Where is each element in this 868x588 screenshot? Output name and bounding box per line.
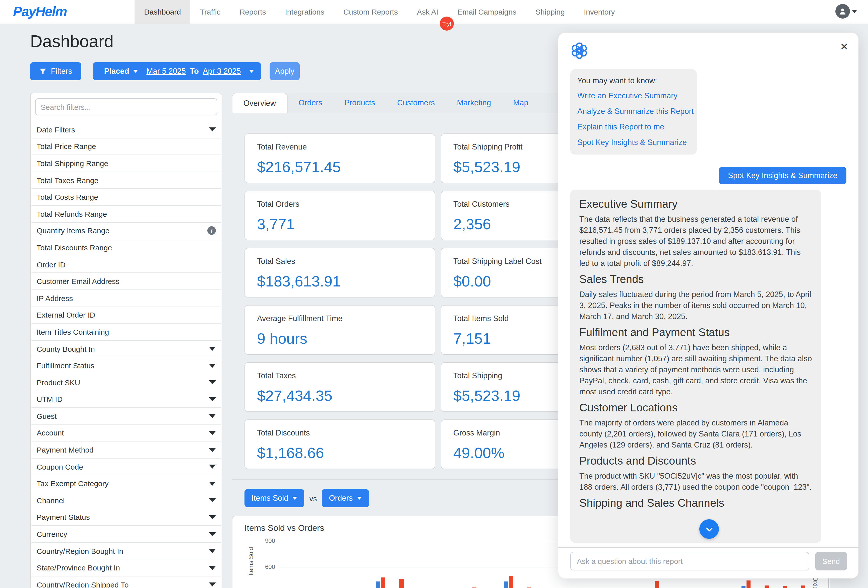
y-tick-600: 600 — [255, 563, 275, 570]
chevron-down-icon — [209, 431, 216, 435]
ai-section-body: The data reflects that the business gene… — [579, 214, 812, 269]
filter-item-label: Date Filters — [37, 125, 75, 134]
suggestion-link[interactable]: Explain this Report to me — [577, 122, 690, 131]
filter-list-item[interactable]: Item Titles Containing i — [32, 324, 221, 340]
filter-list-item[interactable]: Total Discounts Range i — [32, 239, 221, 256]
filter-list-item[interactable]: IP Address i — [32, 290, 221, 307]
nav-item-label: Inventory — [584, 7, 615, 16]
date-from-link[interactable]: Mar 5 2025 — [146, 67, 186, 76]
filter-item-label: Currency — [37, 530, 67, 538]
user-avatar-icon — [836, 4, 850, 19]
metric-card: Total Orders 3,771 — [245, 191, 435, 240]
spot-key-insights-button[interactable]: Spot Key Insights & Summarize — [719, 167, 846, 184]
ai-section-heading: Shipping and Sales Channels — [579, 497, 812, 510]
payhelm-logo[interactable]: PayHelm — [13, 4, 67, 19]
orders-bar — [399, 579, 403, 588]
filter-list-item[interactable]: State/Province Bought In i — [32, 560, 221, 576]
date-filter-button[interactable]: Placed Mar 5 2025 To Apr 3 2025 — [93, 62, 261, 80]
suggestion-link[interactable]: Write an Executive Summary — [577, 91, 690, 100]
filter-item-label: Product SKU — [37, 378, 80, 386]
chevron-down-icon — [249, 70, 254, 73]
filter-item-label: Total Costs Range — [37, 193, 98, 201]
suggestion-link[interactable]: Spot Key Insights & Summarize — [577, 138, 690, 147]
ask-question-input[interactable] — [570, 552, 809, 570]
filter-list-item[interactable]: Total Costs Range i — [32, 189, 221, 206]
orders-bar — [783, 586, 787, 588]
metric-label: Total Shipping — [453, 371, 502, 380]
filter-list-item[interactable]: Total Taxes Range i — [32, 172, 221, 189]
nav-item[interactable]: Dashboard — [134, 0, 190, 24]
y-tick-900: 900 — [255, 537, 275, 544]
filter-list-item[interactable]: Channel i — [32, 492, 221, 509]
filter-list-item[interactable]: Product SKU i — [32, 374, 221, 391]
metric-a-dropdown[interactable]: Items Sold — [245, 489, 304, 507]
filter-list-item[interactable]: External Order ID i — [32, 307, 221, 324]
filter-list-item[interactable]: Date Filters i — [32, 121, 221, 138]
tab[interactable]: Overview — [232, 93, 288, 113]
metric-label: Total Items Sold — [453, 314, 509, 323]
suggestion-link[interactable]: Analyze & Summarize this Report — [577, 107, 690, 116]
search-filters-input[interactable] — [35, 98, 217, 115]
filter-list-item[interactable]: Fulfillment Status i — [32, 357, 221, 374]
chevron-down-icon — [357, 497, 362, 500]
apply-button[interactable]: Apply — [270, 62, 300, 80]
nav-item[interactable]: Ask AI Try! — [407, 0, 448, 24]
send-button[interactable]: Send — [815, 552, 847, 570]
nav-item[interactable]: Email Campaigns — [448, 0, 526, 24]
ai-summary-section: Fulfilment and Payment Status Most order… — [579, 326, 812, 397]
metric-label: Total Revenue — [257, 143, 307, 152]
nav-item[interactable]: Traffic — [190, 0, 230, 24]
nav-item[interactable]: Custom Reports — [334, 0, 407, 24]
ai-summary-section: Sales Trends Daily sales fluctuated duri… — [579, 273, 812, 322]
date-to-link[interactable]: Apr 3 2025 — [203, 67, 241, 76]
filters-sidebar: Date Filters i Total Price Range i Total… — [30, 93, 222, 588]
chevron-down-icon — [209, 380, 216, 384]
nav-item[interactable]: Reports — [230, 0, 275, 24]
nav-item[interactable]: Integrations — [276, 0, 334, 24]
filters-button[interactable]: Filters — [30, 62, 81, 80]
filter-list-item[interactable]: Total Refunds Range i — [32, 206, 221, 223]
filter-list-item[interactable]: Total Shipping Range i — [32, 155, 221, 172]
nav-item-label: Ask AI — [417, 7, 438, 16]
filter-list-item[interactable]: UTM ID i — [32, 391, 221, 408]
tab[interactable]: Customers — [386, 93, 446, 113]
metric-b-dropdown[interactable]: Orders — [322, 489, 369, 507]
filter-item-label: Country/Region Bought In — [37, 547, 123, 555]
nav-item[interactable]: Shipping — [526, 0, 574, 24]
nav-item-label: Dashboard — [144, 7, 181, 16]
tab[interactable]: Orders — [288, 93, 334, 113]
metric-value: 9 hours — [257, 330, 307, 347]
filter-list-item[interactable]: Coupon Code i — [32, 458, 221, 475]
try-badge: Try! — [440, 16, 454, 31]
orders-bar — [655, 581, 659, 588]
filter-list-item[interactable]: Account i — [32, 425, 221, 442]
filter-list-item[interactable]: Payment Method i — [32, 442, 221, 458]
filter-list-item[interactable]: Quantity Items Range i — [32, 223, 221, 239]
filter-list-item[interactable]: Payment Status i — [32, 509, 221, 526]
filter-list-item[interactable]: Country/Region Bought In i — [32, 543, 221, 560]
tab-label: Overview — [244, 99, 276, 108]
filter-list-item[interactable]: Country/Region Shipped To i — [32, 576, 221, 588]
filter-list-item[interactable]: Currency i — [32, 526, 221, 543]
chevron-down-icon — [209, 397, 216, 401]
filter-list-item[interactable]: Guest i — [32, 408, 221, 425]
nav-item[interactable]: Inventory — [574, 0, 624, 24]
tab[interactable]: Map — [502, 93, 539, 113]
chevron-down-icon — [209, 347, 216, 351]
ai-suggestions: You may want to know: Write an Executive… — [570, 69, 697, 155]
filter-list-item[interactable]: County Bought In i — [32, 340, 221, 357]
filter-item-label: Total Taxes Range — [37, 176, 98, 184]
filter-item-label: Order ID — [37, 260, 65, 269]
filter-list-item[interactable]: Tax Exempt Category i — [32, 475, 221, 492]
tab[interactable]: Marketing — [446, 93, 502, 113]
metric-label: Gross Margin — [453, 429, 500, 438]
filter-item-label: Total Refunds Range — [37, 210, 107, 218]
account-menu[interactable] — [836, 4, 857, 19]
filter-list-item[interactable]: Customer Email Address i — [32, 273, 221, 290]
tab[interactable]: Products — [334, 93, 386, 113]
close-icon[interactable]: ✕ — [840, 42, 849, 52]
filter-list-item[interactable]: Order ID i — [32, 256, 221, 273]
filter-list-item[interactable]: Total Price Range i — [32, 138, 221, 155]
scroll-down-button[interactable] — [699, 519, 719, 539]
chevron-down-icon — [209, 532, 216, 536]
